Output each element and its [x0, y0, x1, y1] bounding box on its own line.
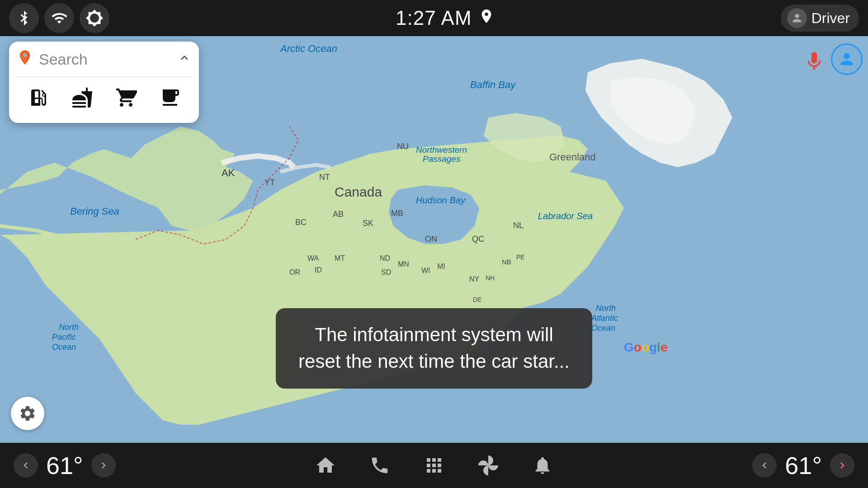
cafe-shortcut-button[interactable]: [154, 83, 186, 116]
cafe-icon: [159, 87, 181, 113]
profile-button[interactable]: [831, 43, 863, 75]
home-icon: [315, 455, 336, 476]
label-ak: AK: [222, 167, 235, 178]
phone-nav-button[interactable]: [366, 452, 393, 479]
bluetooth-icon: [16, 10, 32, 26]
bluetooth-button[interactable]: [9, 3, 39, 33]
label-arctic-ocean: Arctic Ocean: [279, 43, 337, 54]
gas-shortcut-button[interactable]: [22, 83, 55, 116]
apps-icon: [423, 455, 445, 476]
label-mn: MN: [398, 260, 409, 268]
status-right: Driver: [781, 5, 859, 32]
temp-right-control: 61°: [752, 451, 854, 479]
settings-button[interactable]: [11, 397, 44, 430]
gas-station-icon: [28, 87, 49, 113]
label-mt: MT: [335, 254, 345, 262]
label-n-pacific: North: [59, 323, 79, 332]
map-area: Arctic Ocean Baffin Bay Northwestern Pas…: [0, 36, 868, 443]
driver-avatar: [787, 8, 807, 28]
search-panel: Search: [9, 42, 199, 123]
restaurant-shortcut-button[interactable]: [66, 83, 99, 116]
label-bc: BC: [295, 218, 307, 227]
label-n-atlantic2: Atlantic: [591, 314, 618, 323]
label-on: ON: [425, 235, 437, 244]
fan-icon: [477, 455, 499, 476]
phone-icon: [369, 455, 390, 476]
label-n-pacific3: Ocean: [52, 343, 76, 352]
label-ny: NY: [469, 275, 480, 283]
label-nw-passages2: Passages: [423, 154, 461, 164]
brightness-icon: [85, 9, 104, 27]
status-left-icons: [9, 3, 109, 33]
label-pe: PE: [516, 253, 525, 261]
wifi-button[interactable]: [44, 3, 74, 33]
chevron-left-icon: [19, 459, 32, 472]
label-bering-sea: Bering Sea: [70, 206, 119, 217]
temp-right-increase-button[interactable]: [830, 453, 854, 478]
label-labrador-sea: Labrador Sea: [538, 211, 593, 221]
gear-icon: [19, 404, 37, 422]
google-maps-logo: [16, 49, 33, 70]
label-de: DE: [473, 296, 481, 303]
toast-notification: The infotainment system willreset the ne…: [276, 308, 592, 389]
label-or: OR: [289, 268, 300, 276]
label-baffin-bay: Baffin Bay: [470, 79, 516, 90]
temp-right-value: 61°: [785, 451, 822, 479]
label-greenland: Greenland: [549, 151, 596, 163]
driver-button[interactable]: Driver: [781, 5, 859, 32]
label-nd: ND: [380, 254, 390, 262]
label-sd: SD: [381, 268, 391, 276]
profile-avatar-icon: [838, 50, 856, 68]
label-sk: SK: [363, 219, 373, 228]
notifications-nav-button[interactable]: [529, 452, 556, 479]
search-placeholder: Search: [39, 51, 172, 68]
label-n-atlantic: North: [596, 304, 616, 313]
chevron-left-right-icon: [758, 459, 771, 472]
label-nb: NB: [502, 258, 511, 266]
label-nw-passages: Northwestern: [416, 145, 467, 155]
google-logo-text: Google: [624, 340, 667, 354]
bottom-nav: [312, 452, 556, 479]
fan-nav-button[interactable]: [475, 452, 502, 479]
label-nt: NT: [319, 173, 330, 182]
apps-nav-button[interactable]: [420, 452, 448, 479]
voice-search-button[interactable]: [799, 45, 830, 76]
temp-left-decrease-button[interactable]: [14, 453, 38, 478]
svg-point-1: [23, 53, 27, 57]
temp-right-decrease-button[interactable]: [752, 453, 777, 478]
bottom-bar: 61°: [0, 443, 868, 488]
search-bar[interactable]: Search: [16, 49, 192, 77]
temp-left-control: 61°: [14, 451, 116, 479]
bell-icon: [532, 455, 553, 476]
status-center: 1:27 AM: [396, 7, 494, 29]
chevron-right-icon: [97, 459, 110, 472]
brightness-button[interactable]: [80, 3, 109, 33]
label-n-pacific2: Pacific: [52, 333, 76, 342]
driver-label: Driver: [811, 10, 850, 27]
label-nu: NU: [397, 142, 409, 151]
label-hudson-bay: Hudson Bay: [416, 195, 466, 205]
label-qc: QC: [472, 235, 484, 244]
wifi-icon: [50, 10, 68, 26]
label-mb: MB: [391, 209, 403, 218]
label-n-atlantic3: Ocean: [591, 324, 615, 333]
label-id: ID: [315, 266, 322, 274]
toast-message: The infotainment system willreset the ne…: [298, 322, 570, 375]
label-nl: NL: [513, 221, 524, 230]
status-bar: 1:27 AM Driver: [0, 0, 868, 36]
search-shortcuts: [16, 77, 192, 116]
collapse-search-button[interactable]: [177, 51, 192, 68]
temp-left-increase-button[interactable]: [91, 453, 116, 478]
label-wi: WI: [421, 267, 430, 274]
label-wa: WA: [307, 254, 319, 262]
label-mi: MI: [437, 263, 445, 270]
restaurant-icon: [71, 87, 93, 113]
mic-icon: [803, 49, 826, 72]
home-nav-button[interactable]: [312, 452, 339, 479]
shopping-shortcut-button[interactable]: [110, 83, 142, 116]
label-yt: YT: [264, 178, 275, 187]
shopping-cart-icon: [115, 87, 137, 113]
label-canada: Canada: [335, 184, 382, 199]
location-pin-icon: [478, 8, 495, 28]
temp-left-value: 61°: [46, 451, 83, 479]
